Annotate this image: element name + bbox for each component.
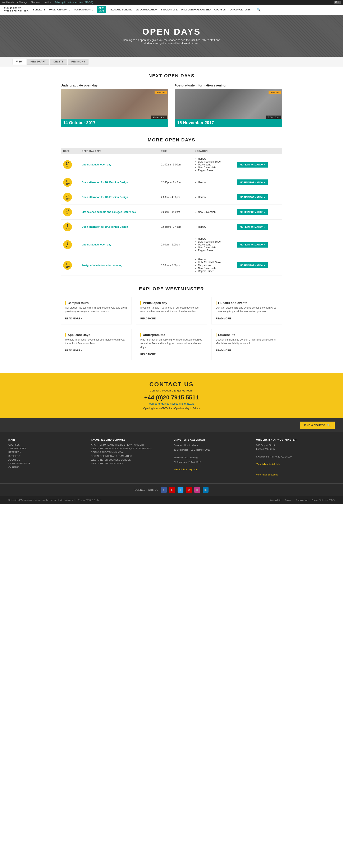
nav-student-life[interactable]: STUDENT LIFE (161, 8, 177, 11)
row-date: 25 Oct (61, 205, 79, 220)
table-row: 14 Oct Undergraduate open day 11:00am - … (61, 154, 282, 175)
contact-phone[interactable]: +44 (0)20 7915 5511 (4, 394, 339, 401)
read-more-link[interactable]: READ MORE (216, 317, 233, 320)
more-info-button[interactable]: MORE INFORMATION (237, 242, 268, 248)
hero-content: OPEN DAYS Coming to an open day gives yo… (119, 27, 224, 45)
postgraduate-badge: OPEN DAY (268, 91, 281, 94)
facebook-icon[interactable]: f (161, 487, 167, 493)
twitter-icon[interactable]: t (177, 487, 183, 493)
footer-find-bar: FIND A COURSE 🔍 (0, 418, 343, 432)
terms-link[interactable]: Terms of use (296, 499, 308, 501)
manage-link[interactable]: ● Manage (17, 1, 27, 4)
footer-link-business-school[interactable]: WESTMINSTER BUSINESS SCHOOL (91, 459, 169, 461)
shortcuts-link[interactable]: Shortcuts (31, 1, 40, 4)
footer-link-courses[interactable]: COURSES (8, 443, 87, 446)
contact-email[interactable]: course-enquiries@westminster.ac.uk (4, 402, 339, 405)
row-time: 2:00pm - 5:00pm (159, 235, 193, 255)
more-info-button[interactable]: MORE INFORMATION (237, 209, 268, 215)
open-days-cards: Undergraduate open day OPEN DAY 11am - 3… (61, 84, 282, 127)
row-type: Undergraduate open day (79, 235, 159, 255)
main-nav: SUBJECTS UNDERGRADUATE POSTGRADUATE OPEN… (33, 6, 339, 13)
footer-link-architecture[interactable]: ARCHITECTURE AND THE BUILT ENVIRONMENT (91, 443, 169, 446)
full-contact-link[interactable]: View full contact details (256, 463, 335, 465)
footer-link-business[interactable]: BUSINESS (8, 455, 87, 457)
row-type: Life science schools and colleges lectur… (79, 205, 159, 220)
footer-link-about[interactable]: ABOUT US (8, 459, 87, 461)
maps-directions-link[interactable]: View maps directions (256, 473, 335, 476)
find-course-button[interactable]: FIND A COURSE 🔍 (300, 422, 335, 429)
row-type: Open afternoon for BA Fashion Design (79, 220, 159, 235)
explore-card-title: Student life (216, 333, 278, 337)
explore-card-title: HE fairs and events (216, 301, 278, 305)
more-info-button[interactable]: MORE INFORMATION (237, 180, 268, 185)
read-more-link[interactable]: READ MORE (65, 349, 82, 352)
read-more-link[interactable]: READ MORE (65, 317, 82, 320)
explore-card-title: Applicant Days (65, 333, 127, 337)
nav-fees[interactable]: FEES AND FUNDING (110, 8, 133, 11)
tab-revisions[interactable]: REVISIONS (68, 59, 88, 65)
footer-link-media[interactable]: WESTMINSTER SCHOOL OF MEDIA, ARTS AND DE… (91, 447, 169, 450)
key-dates-link[interactable]: View full list of key dates (174, 468, 252, 471)
metrics-link[interactable]: metrics (44, 1, 51, 4)
row-time: 2:00pm - 4:00pm (159, 190, 193, 205)
nav-accommodation[interactable]: ACCOMMODATION (136, 8, 158, 11)
col-type: OPEN DAY TYPE (79, 148, 159, 154)
table-row: 8 Nov Undergraduate open day 2:00pm - 5:… (61, 235, 282, 255)
footer-link-careers[interactable]: CAREERS (8, 466, 87, 469)
tab-delete[interactable]: DELETE (50, 59, 67, 65)
workbench-link[interactable]: Workbench (2, 1, 13, 4)
semester-one-dates: 25 September – 15 December 2017 (174, 448, 252, 452)
accessibility-link[interactable]: Accessibility (270, 499, 281, 501)
postgraduate-image[interactable]: OPEN DAY 5:30 - 7pm 15 November 2017 (175, 89, 282, 127)
search-icon[interactable]: 🔍 (257, 8, 261, 12)
edit-button[interactable]: Edit (334, 1, 341, 4)
nav-undergraduate[interactable]: UNDERGRADUATE (49, 8, 70, 11)
nav-subjects[interactable]: SUBJECTS (33, 8, 46, 11)
footer-bottom-links: Accessibility Cookies Terms of use Priva… (267, 499, 335, 501)
footer-link-research[interactable]: RESEARCH (8, 451, 87, 454)
privacy-link[interactable]: Privacy Statement (PDF) (311, 499, 335, 501)
row-date: 25 Oct (61, 190, 79, 205)
footer-link-international[interactable]: INTERNATIONAL (8, 447, 87, 450)
next-open-days-title: NEXT OPEN DAYS (61, 73, 282, 79)
tab-view[interactable]: VIEW (12, 59, 26, 65)
weibo-icon[interactable]: w (186, 487, 192, 493)
footer-link-science[interactable]: SCIENCE AND TECHNOLOGY (91, 451, 169, 454)
logo[interactable]: UNIVERSITY OF WESTMINSTER (4, 7, 29, 12)
switchboard: Switchboard: +44 (0)20 7911 5000 (256, 455, 335, 459)
postgraduate-heading: Postgraduate information evening (175, 84, 282, 87)
admin-bar: Workbench ● Manage Shortcuts metrics Sub… (0, 0, 343, 5)
row-action: MORE INFORMATION (234, 190, 282, 205)
footer-link-law[interactable]: WESTMINSTER LAW SCHOOL (91, 462, 169, 465)
footer-link-news[interactable]: NEWS AND EVENTS (8, 462, 87, 465)
explore-section: EXPLORE WESTMINSTER Campus tours Our stu… (61, 286, 282, 360)
hero-section: OPEN DAYS Coming to an open day gives yo… (0, 15, 343, 57)
search-icon: 🔍 (327, 424, 331, 427)
more-info-button[interactable]: MORE INFORMATION (237, 194, 268, 200)
more-info-button[interactable]: MORE INFORMATION (237, 262, 268, 268)
read-more-link[interactable]: READ MORE (140, 317, 157, 320)
linkedin-icon[interactable]: in (203, 487, 208, 493)
row-time: 12:45pm - 2:45pm (159, 175, 193, 190)
read-more-link[interactable]: READ MORE (140, 353, 157, 356)
explore-card: Undergraduate Find information on applyi… (136, 329, 207, 360)
more-info-button[interactable]: MORE INFORMATION (237, 224, 268, 230)
nav-postgraduate[interactable]: POSTGRADUATE (74, 8, 93, 11)
nav-open-days[interactable]: OPENDAYS (97, 6, 106, 13)
undergraduate-date: 14 October 2017 (61, 119, 168, 127)
read-more-link[interactable]: READ MORE (216, 349, 233, 352)
table-row: 18 Oct Open afternoon for BA Fashion Des… (61, 175, 282, 190)
more-info-button[interactable]: MORE INFORMATION (237, 162, 268, 167)
col-time: TIME (159, 148, 193, 154)
instagram-icon[interactable]: ◉ (194, 487, 200, 493)
nav-professional[interactable]: PROFESSIONAL AND SHORT COURSES (181, 8, 226, 11)
undergraduate-image[interactable]: OPEN DAY 11am - 3pm 14 October 2017 (61, 89, 168, 127)
nav-language[interactable]: LANGUAGE TESTS (229, 8, 251, 11)
youtube-icon[interactable]: ▶ (169, 487, 175, 493)
explore-card: Campus tours Our student-led tours run t… (61, 297, 132, 324)
row-location: › Harrow› Little Titchfield Street› Mary… (193, 235, 234, 255)
footer-link-social[interactable]: SOCIAL SCIENCES AND HUMANITIES (91, 455, 169, 457)
site-header: UNIVERSITY OF WESTMINSTER SUBJECTS UNDER… (0, 5, 343, 15)
tab-new-draft[interactable]: NEW DRAFT (27, 59, 49, 65)
cookies-link[interactable]: Cookies (285, 499, 292, 501)
